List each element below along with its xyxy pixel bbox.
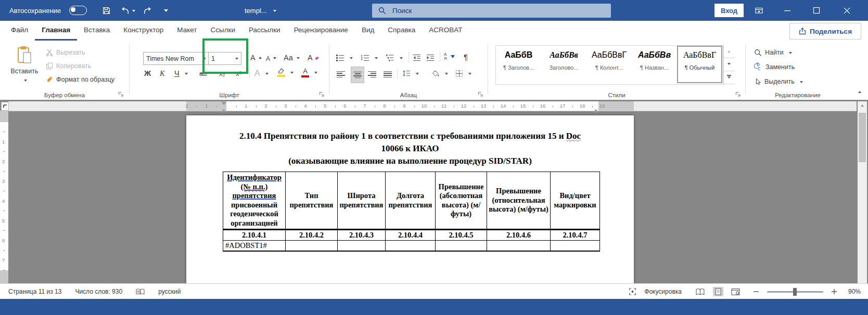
grow-font-button[interactable]: А — [250, 52, 262, 63]
minimize-button[interactable] — [784, 0, 791, 21]
redo-button[interactable] — [143, 0, 152, 21]
tab-acrobat[interactable]: ACROBAT — [422, 21, 469, 41]
read-mode-button[interactable] — [696, 288, 705, 296]
scroll-up-button[interactable] — [858, 101, 867, 110]
obstacles-table[interactable]: Идентификатор (№ п.п.) препятствия присв… — [223, 172, 600, 252]
styles-scroll-up-button[interactable] — [723, 45, 735, 58]
line-spacing-dropdown-icon[interactable] — [416, 73, 419, 76]
zoom-slider-thumb[interactable] — [793, 288, 797, 296]
sort-button[interactable]: АЯ — [444, 51, 455, 62]
clear-formatting-button[interactable]: А — [308, 52, 320, 63]
align-center-button[interactable] — [351, 67, 364, 83]
tab-layout[interactable]: Макет — [170, 21, 203, 41]
table-cell[interactable] — [386, 241, 436, 252]
share-button[interactable]: Поделиться — [789, 23, 861, 40]
format-painter-button[interactable]: Формат по образцу — [46, 74, 114, 85]
tab-insert[interactable]: Вставка — [77, 21, 117, 41]
table-cell[interactable]: 2.10.4.2 — [286, 230, 338, 241]
highlight-color-button[interactable] — [277, 67, 293, 78]
header-elevation-cell[interactable]: Превышение (абсолютная высота) (м/футы) — [436, 172, 487, 230]
shading-button[interactable] — [431, 68, 448, 79]
tab-review[interactable]: Рецензирование — [287, 21, 355, 41]
header-height-cell[interactable]: Превышение (относительная высота) (м/фут… — [487, 172, 551, 230]
font-color-dropdown-icon[interactable] — [314, 72, 317, 75]
table-cell[interactable]: 2.10.4.5 — [436, 230, 487, 241]
close-button[interactable] — [843, 0, 851, 21]
clipboard-dialog-launcher[interactable] — [118, 91, 124, 97]
document-title[interactable]: templ... — [245, 0, 276, 21]
style-title[interactable]: АаБбВв ¶ Назван... — [632, 46, 677, 83]
collapse-ribbon-button[interactable] — [853, 90, 864, 98]
shrink-font-button[interactable]: А — [266, 53, 276, 64]
change-case-button[interactable]: Аа — [284, 52, 300, 63]
line-spacing-button[interactable] — [402, 68, 419, 79]
proofing-errors-icon[interactable] — [136, 288, 145, 295]
web-layout-button[interactable] — [731, 288, 740, 296]
tab-mailings[interactable]: Рассылки — [242, 21, 287, 41]
table-cell[interactable] — [338, 241, 386, 252]
bullets-button[interactable] — [336, 52, 353, 63]
sign-in-button[interactable]: Вход — [714, 4, 744, 17]
font-name-combobox[interactable]: Times New Rom — [143, 52, 209, 65]
borders-button[interactable] — [455, 68, 471, 79]
autosave-toggle[interactable] — [69, 0, 87, 21]
table-cell[interactable]: 2.10.4.4 — [386, 230, 436, 241]
undo-button[interactable] — [121, 0, 135, 21]
text-effects-button[interactable]: А — [254, 68, 269, 79]
table-cell[interactable]: 2.10.4.6 — [487, 230, 551, 241]
paragraph-dialog-launcher[interactable] — [478, 91, 483, 97]
vertical-ruler[interactable]: 1234567 — [0, 111, 8, 283]
header-marking-cell[interactable]: Вид/цвет маркировки — [551, 172, 600, 230]
word-count[interactable]: Число слов: 930 — [75, 288, 122, 295]
superscript-button[interactable]: x² — [236, 68, 241, 79]
table-cell[interactable] — [286, 241, 338, 252]
shading-dropdown-icon[interactable] — [445, 73, 448, 76]
table-cell[interactable] — [487, 241, 551, 252]
hanging-indent-marker[interactable] — [221, 107, 226, 112]
tab-design[interactable]: Конструктор — [117, 21, 170, 41]
style-heading2[interactable]: АаБбВв Заголово... — [541, 46, 586, 83]
underline-dropdown-icon[interactable] — [185, 73, 188, 76]
underline-button[interactable]: Ч — [174, 68, 188, 79]
zoom-out-button[interactable] — [753, 288, 759, 295]
horizontal-ruler[interactable]: 2112345678910111213141516171819 — [8, 101, 857, 111]
align-right-button[interactable] — [368, 69, 376, 80]
header-longitude-cell[interactable]: Долгота препятствия — [386, 172, 436, 230]
table-cell[interactable]: 2.10.4.1 — [223, 230, 286, 241]
paste-dropdown-icon[interactable] — [24, 80, 27, 83]
find-button[interactable]: Найти — [754, 47, 792, 58]
zoom-in-button[interactable] — [831, 288, 837, 295]
save-button[interactable] — [102, 0, 111, 21]
tab-references[interactable]: Ссылки — [204, 21, 242, 41]
font-size-combobox[interactable]: 1 — [208, 52, 241, 65]
multilevel-dropdown-icon[interactable] — [400, 57, 403, 61]
print-layout-button[interactable] — [713, 287, 723, 296]
replace-button[interactable]: b c Заменить — [754, 61, 795, 73]
search-box[interactable] — [372, 4, 611, 18]
zoom-slider[interactable] — [767, 291, 823, 293]
multilevel-list-button[interactable] — [386, 52, 403, 63]
header-type-cell[interactable]: Тип препятствия — [286, 172, 338, 230]
tab-selector-button[interactable] — [1, 102, 9, 111]
table-cell[interactable] — [436, 241, 487, 252]
table-cell[interactable]: 2.10.4.7 — [551, 230, 600, 241]
styles-more-button[interactable] — [723, 71, 735, 84]
bold-button[interactable]: Ж — [144, 68, 151, 79]
page-indicator[interactable]: Страница 11 из 13 — [8, 288, 61, 295]
tab-help[interactable]: Справка — [381, 21, 422, 41]
ribbon-display-options-button[interactable] — [755, 0, 763, 21]
select-dropdown-icon[interactable] — [800, 81, 803, 85]
select-button[interactable]: Выделить — [754, 76, 803, 87]
table-cell-placeholder[interactable]: #ADOBST1# — [223, 241, 286, 252]
styles-scroll-down-button[interactable] — [723, 58, 735, 71]
style-normal-selected[interactable]: АаБбВвГ ¶ Обычный — [677, 46, 722, 83]
table-cell[interactable]: 2.10.4.3 — [338, 230, 386, 241]
search-input[interactable] — [391, 6, 560, 15]
language-indicator[interactable]: русский — [158, 288, 181, 295]
bullets-dropdown-icon[interactable] — [350, 57, 353, 61]
strikethrough-button[interactable]: ab — [199, 68, 207, 79]
undo-dropdown-icon[interactable] — [132, 10, 135, 14]
document-heading[interactable]: 2.10.4 Препятствия по району 1 в соответ… — [207, 130, 613, 167]
scrollbar-thumb[interactable] — [859, 113, 866, 162]
style-header[interactable]: АаБбВвГ ¶ Колонт... — [586, 46, 632, 83]
